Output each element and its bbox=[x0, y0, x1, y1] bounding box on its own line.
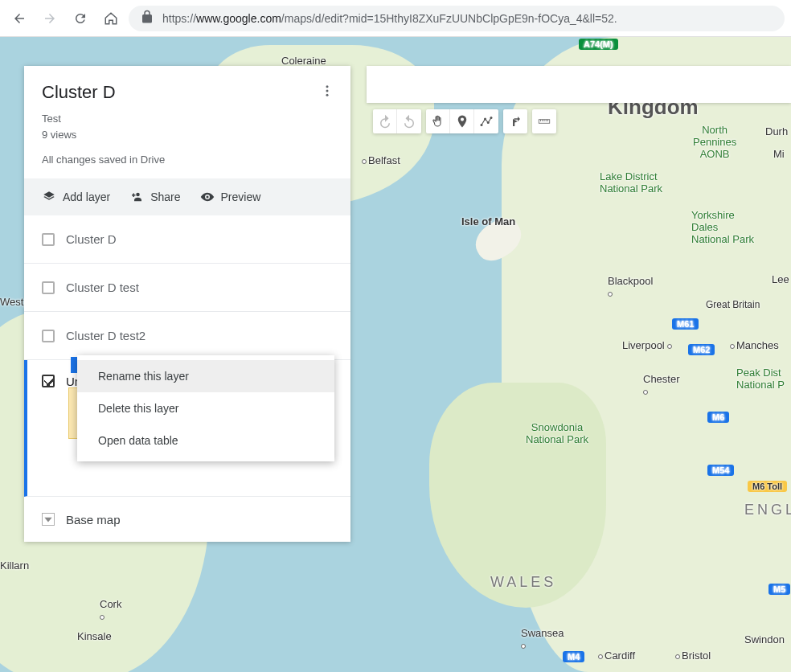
svg-point-6 bbox=[326, 90, 329, 92]
directions-tool[interactable] bbox=[503, 109, 527, 133]
home-icon bbox=[104, 11, 118, 26]
eye-icon bbox=[200, 190, 215, 204]
undo-button[interactable] bbox=[373, 109, 397, 133]
measure-tool[interactable] bbox=[532, 109, 556, 133]
map-label-city: Swansea bbox=[521, 627, 564, 651]
polyline-icon bbox=[479, 114, 494, 129]
redo-button[interactable] bbox=[397, 109, 421, 133]
more-vert-icon bbox=[320, 84, 334, 98]
road-badge: M4 bbox=[563, 651, 584, 662]
layer-name: Cluster D test bbox=[66, 281, 139, 294]
panel-actions: Add layer Share Preview bbox=[24, 178, 350, 215]
layer-checkbox[interactable] bbox=[42, 330, 55, 342]
map-label-city: Kinsale bbox=[77, 630, 112, 642]
preview-button[interactable]: Preview bbox=[200, 190, 261, 204]
svg-point-0 bbox=[481, 124, 483, 126]
layers-icon bbox=[42, 190, 56, 204]
ruler-icon bbox=[537, 114, 551, 129]
save-status: All changes saved in Drive bbox=[42, 154, 333, 166]
url-text: https://www.google.com/maps/d/edit?mid=1… bbox=[162, 12, 617, 25]
map-label-park: Snowdonia National Park bbox=[526, 421, 588, 445]
map-label-country: WALES bbox=[490, 574, 556, 591]
road-badge: M6 Toll bbox=[748, 481, 787, 492]
add-layer-button[interactable]: Add layer bbox=[42, 190, 110, 204]
map-label-city: Bristol bbox=[675, 649, 711, 662]
layer-name: Cluster D test2 bbox=[66, 329, 145, 342]
map-description: Test bbox=[42, 111, 333, 127]
road-badge: A74(M) bbox=[579, 39, 618, 50]
forward-button[interactable] bbox=[37, 6, 63, 31]
map-label-country: ENGL bbox=[744, 502, 791, 518]
map-label-park: Lake District National Park bbox=[600, 170, 662, 195]
add-marker-tool[interactable] bbox=[450, 109, 474, 133]
map-label-city: Cardiff bbox=[598, 649, 635, 662]
road-badge: M6 bbox=[707, 412, 729, 423]
layer-item[interactable]: Cluster D bbox=[24, 215, 350, 264]
svg-point-3 bbox=[490, 117, 493, 119]
browser-toolbar: https://www.google.com/maps/d/edit?mid=1… bbox=[0, 0, 791, 37]
arrow-right-icon bbox=[43, 11, 57, 26]
address-bar[interactable]: https://www.google.com/maps/d/edit?mid=1… bbox=[129, 6, 785, 31]
back-button[interactable] bbox=[6, 6, 32, 31]
map-label-city: Mi bbox=[773, 148, 785, 160]
undo-icon bbox=[378, 114, 392, 129]
base-map-row[interactable]: Base map bbox=[24, 497, 350, 542]
svg-point-1 bbox=[484, 118, 486, 121]
hand-icon bbox=[431, 114, 445, 129]
map-label-region: Isle of Man bbox=[461, 215, 515, 227]
map-label-city: Swindon bbox=[744, 633, 785, 645]
layer-checkbox[interactable] bbox=[42, 281, 55, 294]
arrow-left-icon bbox=[12, 11, 27, 26]
map-label-city: Cork bbox=[100, 598, 121, 622]
map-views: 9 views bbox=[42, 127, 333, 143]
rename-layer-item[interactable]: Rename this layer bbox=[77, 360, 334, 392]
road-badge: M5 bbox=[768, 584, 790, 595]
map-label-region: Great Britain bbox=[706, 299, 760, 310]
map-label-city: Durh bbox=[765, 125, 788, 137]
add-layer-label: Add layer bbox=[63, 191, 110, 203]
triangle-down-icon bbox=[43, 512, 54, 527]
map-label-city: Coleraine bbox=[281, 55, 326, 67]
delete-layer-item[interactable]: Delete this layer bbox=[77, 392, 334, 424]
road-badge: M61 bbox=[672, 318, 699, 330]
share-button[interactable]: Share bbox=[129, 190, 180, 204]
map-label-city: Blackpool bbox=[608, 275, 653, 299]
layer-item[interactable]: Cluster D test2 bbox=[24, 312, 350, 360]
panel-menu-button[interactable] bbox=[320, 84, 334, 101]
reload-button[interactable] bbox=[68, 6, 93, 31]
lock-icon bbox=[140, 10, 154, 27]
map-label-city: Manches bbox=[730, 339, 779, 351]
svg-point-2 bbox=[487, 121, 490, 124]
base-map-label: Base map bbox=[66, 513, 121, 527]
map-label-park: Yorkshire Dales National Park bbox=[691, 209, 754, 245]
preview-label: Preview bbox=[221, 191, 261, 203]
draw-line-tool[interactable] bbox=[474, 109, 498, 133]
road-badge: M54 bbox=[707, 465, 734, 476]
layer-item[interactable]: Cluster D test bbox=[24, 264, 350, 312]
pan-tool[interactable] bbox=[426, 109, 450, 133]
road-badge: M62 bbox=[688, 344, 715, 355]
map-title[interactable]: Cluster D bbox=[42, 82, 333, 103]
map-label-city: Killarn bbox=[0, 559, 29, 572]
marker-icon bbox=[455, 114, 469, 129]
directions-icon bbox=[508, 114, 523, 129]
layer-checkbox[interactable] bbox=[42, 233, 55, 246]
svg-point-8 bbox=[136, 193, 140, 197]
redo-icon bbox=[402, 114, 416, 129]
reload-icon bbox=[73, 11, 88, 26]
layer-name: Cluster D bbox=[66, 232, 117, 246]
home-button[interactable] bbox=[98, 6, 124, 31]
svg-point-5 bbox=[326, 85, 329, 88]
map-label-park: North Pennines AONB bbox=[693, 124, 736, 160]
map-label-city: Chester bbox=[643, 373, 680, 397]
map-label-city: Liverpool bbox=[622, 339, 674, 351]
share-label: Share bbox=[150, 191, 180, 203]
map-tools bbox=[373, 109, 556, 133]
layer-context-menu: Rename this layer Delete this layer Open… bbox=[77, 355, 334, 461]
layers-panel: Cluster D Test 9 views All changes saved… bbox=[24, 66, 350, 542]
open-data-table-item[interactable]: Open data table bbox=[77, 424, 334, 457]
layer-checkbox[interactable] bbox=[42, 375, 55, 387]
base-map-toggle[interactable] bbox=[42, 513, 55, 526]
map-label-park: Peak Dist National P bbox=[736, 367, 785, 391]
search-box[interactable] bbox=[367, 66, 791, 103]
